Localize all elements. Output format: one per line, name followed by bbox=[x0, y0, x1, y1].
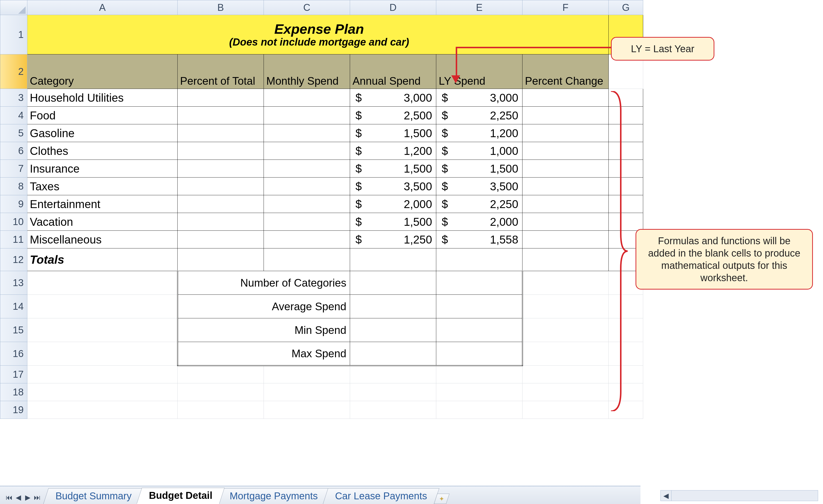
stat-val-num-categories-d[interactable] bbox=[350, 271, 436, 295]
cell-category[interactable]: Vacation bbox=[27, 213, 178, 231]
cell-annual-spend[interactable]: $1,500 bbox=[350, 213, 436, 231]
cell-annual-spend[interactable]: $1,200 bbox=[350, 142, 436, 160]
stat-label-num-categories[interactable]: Number of Categories bbox=[178, 271, 350, 295]
col-header-F[interactable]: F bbox=[522, 0, 609, 15]
stat-val-max-spend-e[interactable] bbox=[436, 342, 522, 365]
cell-ly-spend[interactable]: $1,200 bbox=[436, 124, 522, 142]
cell-percent-change[interactable] bbox=[522, 106, 609, 124]
row-header-8[interactable]: 8 bbox=[0, 178, 27, 195]
totals-ly[interactable] bbox=[436, 248, 522, 271]
cell-ly-spend[interactable]: $3,500 bbox=[436, 178, 522, 195]
row-header-14[interactable]: 14 bbox=[0, 295, 27, 318]
tab-nav-first-icon[interactable]: ⏮ bbox=[5, 493, 13, 502]
horizontal-scrollbar[interactable]: ◀ bbox=[660, 490, 818, 501]
totals-monthly[interactable] bbox=[264, 248, 350, 271]
cell-category[interactable]: Food bbox=[27, 106, 178, 124]
cell-monthly-spend[interactable] bbox=[264, 106, 350, 124]
scroll-left-icon[interactable]: ◀ bbox=[661, 490, 671, 501]
cell-ly-spend[interactable]: $3,000 bbox=[436, 89, 522, 106]
tab-nav-prev-icon[interactable]: ◀ bbox=[14, 493, 23, 502]
cell-annual-spend[interactable]: $2,000 bbox=[350, 195, 436, 213]
cell-category[interactable]: Gasoline bbox=[27, 124, 178, 142]
cell-category[interactable]: Taxes bbox=[27, 178, 178, 195]
cell-category[interactable]: Insurance bbox=[27, 160, 178, 178]
cell-ly-spend[interactable]: $2,250 bbox=[436, 106, 522, 124]
title-cell[interactable]: Expense Plan (Does not include mortgage … bbox=[27, 15, 609, 54]
new-sheet-icon: ✦ bbox=[439, 495, 444, 503]
col-header-C[interactable]: C bbox=[264, 0, 350, 15]
cell-annual-spend[interactable]: $2,500 bbox=[350, 106, 436, 124]
cell-annual-spend[interactable]: $3,500 bbox=[350, 178, 436, 195]
row-header-9[interactable]: 9 bbox=[0, 195, 27, 213]
cell-annual-spend[interactable]: $1,250 bbox=[350, 231, 436, 248]
annotation-arrow-horizontal bbox=[456, 47, 611, 48]
col-header-E[interactable]: E bbox=[436, 0, 522, 15]
cell-ly-spend[interactable]: $1,558 bbox=[436, 231, 522, 248]
header-category[interactable]: Category bbox=[27, 54, 178, 89]
header-ly-spend[interactable]: LY Spend bbox=[436, 54, 522, 89]
totals-annual[interactable] bbox=[350, 248, 436, 271]
cell-ly-spend[interactable]: $2,250 bbox=[436, 195, 522, 213]
cell-category[interactable]: Entertainment bbox=[27, 195, 178, 213]
row-header-19[interactable]: 19 bbox=[0, 401, 27, 419]
row-header-1[interactable]: 1 bbox=[0, 15, 27, 54]
cell-category[interactable]: Miscellaneous bbox=[27, 231, 178, 248]
cell-monthly-spend[interactable] bbox=[264, 89, 350, 106]
header-percent-total[interactable]: Percent of Total bbox=[178, 54, 264, 89]
cell-ly-spend[interactable]: $2,000 bbox=[436, 213, 522, 231]
tab-nav-last-icon[interactable]: ⏭ bbox=[33, 493, 41, 502]
col-header-B[interactable]: B bbox=[178, 0, 264, 15]
col-header-G[interactable]: G bbox=[609, 0, 643, 15]
totals-change[interactable] bbox=[522, 248, 609, 271]
annotation-arrow-vertical bbox=[456, 47, 457, 76]
stat-label-min-spend[interactable]: Min Spend bbox=[178, 318, 350, 342]
cell-ly-spend[interactable]: $1,000 bbox=[436, 142, 522, 160]
tab-nav-next-icon[interactable]: ▶ bbox=[24, 493, 32, 502]
row-header-17[interactable]: 17 bbox=[0, 365, 27, 384]
row-header-16[interactable]: 16 bbox=[0, 342, 27, 365]
stat-val-num-categories-e[interactable] bbox=[436, 271, 522, 295]
cell-annual-spend[interactable]: $1,500 bbox=[350, 160, 436, 178]
sheet-tab-car-lease-payments[interactable]: Car Lease Payments bbox=[323, 488, 439, 504]
row-header-13[interactable]: 13 bbox=[0, 271, 27, 295]
header-monthly-spend[interactable]: Monthly Spend bbox=[264, 54, 350, 89]
stat-val-min-spend-e[interactable] bbox=[436, 318, 522, 342]
col-header-D[interactable]: D bbox=[350, 0, 436, 15]
cell-percent-total[interactable] bbox=[178, 89, 264, 106]
row-header-11[interactable]: 11 bbox=[0, 231, 27, 248]
cell-percent-total[interactable] bbox=[178, 106, 264, 124]
row-header-12[interactable]: 12 bbox=[0, 248, 27, 271]
header-percent-change[interactable]: Percent Change bbox=[522, 54, 609, 89]
cell-percent-change[interactable] bbox=[522, 89, 609, 106]
row-header-7[interactable]: 7 bbox=[0, 160, 27, 178]
sheet-tab-budget-detail[interactable]: Budget Detail bbox=[137, 488, 224, 504]
sheet-tab-mortgage-payments[interactable]: Mortgage Payments bbox=[217, 488, 330, 504]
select-all-corner[interactable] bbox=[0, 0, 27, 15]
stat-val-max-spend-d[interactable] bbox=[350, 342, 436, 365]
cell-category[interactable]: Household Utilities bbox=[27, 89, 178, 106]
cell-annual-spend[interactable]: $3,000 bbox=[350, 89, 436, 106]
row-header-3[interactable]: 3 bbox=[0, 89, 27, 106]
cell-category[interactable]: Clothes bbox=[27, 142, 178, 160]
header-annual-spend[interactable]: Annual Spend bbox=[350, 54, 436, 89]
row-header-5[interactable]: 5 bbox=[0, 124, 27, 142]
row-header-18[interactable]: 18 bbox=[0, 384, 27, 401]
col-header-A[interactable]: A bbox=[27, 0, 178, 15]
sheet-tab-budget-summary[interactable]: Budget Summary bbox=[43, 488, 144, 504]
row-header-4[interactable]: 4 bbox=[0, 106, 27, 124]
cell-annual-spend[interactable]: $1,500 bbox=[350, 124, 436, 142]
row-header-10[interactable]: 10 bbox=[0, 213, 27, 231]
totals-percent[interactable] bbox=[178, 248, 264, 271]
annotation-arrow-head-icon bbox=[451, 75, 460, 83]
stat-val-avg-spend-d[interactable] bbox=[350, 295, 436, 318]
stat-val-avg-spend-e[interactable] bbox=[436, 295, 522, 318]
row-header-6[interactable]: 6 bbox=[0, 142, 27, 160]
totals-label[interactable]: Totals bbox=[27, 248, 178, 271]
row-header-2[interactable]: 2 bbox=[0, 54, 27, 89]
stat-val-min-spend-d[interactable] bbox=[350, 318, 436, 342]
row-header-15[interactable]: 15 bbox=[0, 318, 27, 342]
cell-ly-spend[interactable]: $1,500 bbox=[436, 160, 522, 178]
stat-label-avg-spend[interactable]: Average Spend bbox=[178, 295, 350, 318]
spreadsheet-grid[interactable]: A B C D E F G 1 Expense Plan (Does not i… bbox=[0, 0, 643, 419]
stat-label-max-spend[interactable]: Max Spend bbox=[178, 342, 350, 365]
